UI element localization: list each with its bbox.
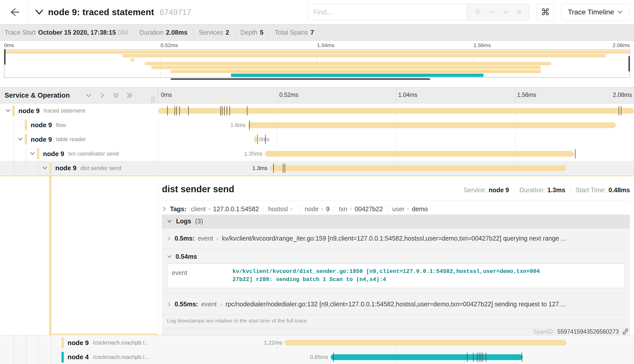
log-field-name: event [201,301,217,308]
span-name-label[interactable]: node 9flow [31,118,66,133]
back-button[interactable] [0,0,28,24]
tags-items: client=127.0.0.1:54582hostssl=node=9txn=… [191,205,428,213]
collapse-controls [86,92,133,98]
summary-label: Total Spans [275,29,308,36]
span-row[interactable]: node 9/cockroach.roachpb.I...1.22ms [0,336,634,350]
log-event-tick [224,106,225,116]
log-expanded-header[interactable]: 0.54ms [162,249,630,263]
span-duration-label: 0ms [259,136,270,143]
span-expander-icon[interactable] [18,137,23,142]
span-name-cell: node 9traced statement [0,104,158,118]
summary-value: 2.08ms [166,29,187,36]
span-row[interactable]: node 4/cockroach.roachpb.I...0.85ms [0,350,634,364]
span-duration-label: 1.35ms [244,151,262,157]
separator [300,205,300,213]
chevron-down-icon[interactable] [502,9,509,16]
span-row[interactable]: node 9txn coordinator send1.35ms [0,147,634,161]
trace-title-group[interactable]: node 9: traced statement 6749717 [35,7,191,17]
span-expander-icon[interactable] [42,165,48,171]
trace-view-label: Trace Timeline [568,8,614,16]
span-name-label[interactable]: node 9/cockroach.roachpb.I... [68,336,149,350]
log-event-tick [265,135,266,144]
close-icon[interactable] [516,9,522,16]
span-duration-bar[interactable] [254,137,257,142]
operation-name: traced statement [44,108,85,114]
span-duration-label: 1.3ms [252,165,267,172]
tag-key: client [191,205,206,213]
title-collapse-icon[interactable] [35,9,44,15]
command-icon: ⌘ [541,7,550,17]
span-duration-bar[interactable] [248,122,616,128]
column-divider [158,176,158,335]
trace-view-select[interactable]: Trace Timeline [561,4,629,21]
span-row[interactable]: node 9traced statement [0,104,634,118]
tree-indent-guide [14,350,14,364]
span-name-label[interactable]: node 4/cockroach.roachpb.I... [68,350,149,364]
minimap-axis-tick: 0.52ms [161,42,178,48]
tags-label: Tags: [170,205,186,213]
span-name-label[interactable]: node 9table reader [31,132,86,147]
crosshair-icon[interactable] [474,8,481,16]
span-name-label[interactable]: node 9traced statement [18,104,85,118]
tag-key: node [305,205,319,213]
log-event-tick [486,352,486,362]
summary-label: Trace Start [5,29,36,36]
log-event-tick [188,106,189,116]
operation-name: table reader [56,136,86,143]
span-name-label[interactable]: node 9dist sender send [55,161,121,175]
log-event-tick [249,120,250,130]
axis-tick-label: 2.08ms [613,92,632,98]
copy-link-icon[interactable] [622,328,629,335]
minimap-scrollbar[interactable] [4,78,630,80]
span-timeline-cell: 1.35ms [158,147,634,161]
span-row[interactable]: node 9dist sender send1.3ms [0,161,634,175]
find-input[interactable] [308,4,467,20]
separator [235,29,235,36]
minimap-axis-tick: 0ms [4,42,14,48]
minimap-canvas[interactable] [4,49,630,78]
span-expander-icon[interactable] [5,108,11,114]
expand-all-icon[interactable] [126,92,133,98]
separator [334,205,334,213]
span-row[interactable]: node 9table reader0ms [0,132,634,147]
minimap-right-drag-handle[interactable] [628,56,630,71]
span-rows-top: node 9traced statementnode 9flow1.6msnod… [0,104,634,175]
keyboard-shortcuts-button[interactable]: ⌘ [537,4,554,21]
log-event-tick [175,106,175,116]
span-name-label[interactable]: node 9txn coordinator send [43,147,119,161]
logs-header[interactable]: Logs (3) [162,215,630,228]
span-row[interactable]: node 9flow1.6ms [0,118,634,133]
column-resize-handle[interactable] [152,96,154,103]
span-duration-bar[interactable] [331,354,523,360]
tree-indent-guide [14,118,14,133]
timeline-gridline [277,132,277,147]
summary-label: Services [199,29,223,36]
separator [387,205,388,213]
span-expander-icon[interactable] [30,151,35,157]
service-name: node 9 [18,107,40,115]
separator [570,187,570,194]
collapse-all-icon[interactable] [113,92,119,98]
collapse-one-icon[interactable] [86,92,92,98]
log-event-tick [621,106,621,116]
minimap-left-drag-handle[interactable] [4,49,6,65]
summary-value: 5 [260,29,263,36]
span-timeline-cell: 1.3ms [158,161,634,175]
find-controls [467,4,529,20]
span-duration-bar[interactable] [265,151,574,157]
tags-row[interactable]: Tags: client=127.0.0.1:54582hostssl=node… [162,205,630,213]
span-duration-bar[interactable] [285,340,566,346]
expand-one-icon[interactable] [99,92,105,98]
log-detail-box: eventkv/kvclient/kvcoord/dist_sender.go:… [167,263,625,288]
log-event-tick [179,106,180,116]
logs-label: Logs [176,218,191,225]
span-duration-bar[interactable] [270,165,566,171]
log-row[interactable]: 0.55ms:event=rpc/nodedialer/nodedialer.g… [162,294,630,315]
equals-sign: = [321,206,324,212]
service-color-strip [25,120,27,131]
log-row[interactable]: 0.5ms:event=kv/kvclient/kvcoord/range_it… [162,228,630,249]
chevron-right-icon [162,206,166,212]
axis-tick-label: 1.04ms [398,92,417,98]
chevron-up-icon[interactable] [488,9,495,16]
minimap-viewport-indicator[interactable] [171,78,430,80]
